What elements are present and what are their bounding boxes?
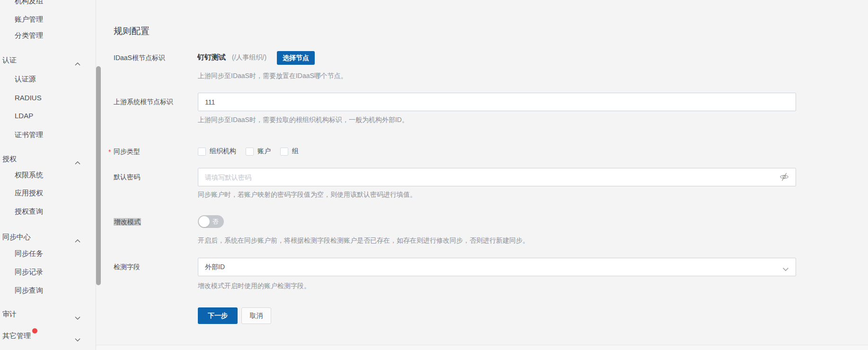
cancel-button[interactable]: 取消 <box>241 307 271 324</box>
sidebar-item-label: 授权 <box>2 155 17 163</box>
sidebar-item-label: 同步中心 <box>2 233 31 241</box>
checkbox-group-label: 组 <box>292 147 299 156</box>
chevron-down-icon <box>75 313 80 322</box>
sync-type-label: 同步类型 <box>114 147 140 156</box>
sidebar-item-label: 审计 <box>2 310 17 318</box>
page-title: 规则配置 <box>114 25 150 37</box>
sidebar-item-label: 同步任务 <box>15 249 43 257</box>
sidebar-item-label: 证书管理 <box>15 131 43 139</box>
checkbox-account[interactable]: 账户 <box>246 147 271 156</box>
checkbox-group[interactable]: 组 <box>280 147 299 156</box>
detect-field-label: 检测字段 <box>114 262 140 271</box>
sidebar-item-label: 认证 <box>2 56 17 64</box>
chevron-up-icon <box>75 236 80 245</box>
sidebar-item-label: 其它管理 <box>2 332 31 340</box>
sidebar-item-8[interactable]: 授权 <box>2 154 17 164</box>
sidebar-item-3[interactable]: 认证 <box>2 55 17 65</box>
sidebar-item-5[interactable]: RADIUS <box>15 93 42 103</box>
sidebar-item-9[interactable]: 权限系统 <box>15 170 43 180</box>
upstream-root-help: 上游同步至IDaaS时，需要拉取的根组织机构标识，一般为机构外部ID。 <box>198 115 408 124</box>
update-mode-label: 增改模式 <box>114 217 141 227</box>
default-password-input[interactable] <box>198 168 796 186</box>
update-mode-toggle[interactable]: 否 <box>198 215 224 228</box>
select-node-button[interactable]: 选择节点 <box>277 51 315 65</box>
sidebar-item-label: 认证源 <box>15 75 36 83</box>
sidebar-item-label: 权限系统 <box>15 171 43 179</box>
bottom-strip <box>96 345 868 350</box>
sidebar: 机构及组账户管理分类管理认证认证源RADIUSLDAP证书管理授权权限系统应用授… <box>0 0 96 350</box>
sidebar-item-4[interactable]: 认证源 <box>15 74 36 84</box>
sidebar-item-6[interactable]: LDAP <box>15 111 33 121</box>
checkbox-org-label: 组织机构 <box>210 147 236 156</box>
sidebar-item-2[interactable]: 分类管理 <box>15 31 43 40</box>
chevron-down-icon <box>75 334 80 344</box>
sidebar-item-13[interactable]: 同步任务 <box>15 249 43 258</box>
sidebar-item-11[interactable]: 授权查询 <box>15 207 43 216</box>
password-visibility-toggle[interactable] <box>779 172 791 183</box>
chevron-up-icon <box>75 59 80 68</box>
upstream-root-input[interactable] <box>198 93 796 111</box>
sidebar-item-label: RADIUS <box>15 94 42 102</box>
toggle-knob <box>199 216 210 227</box>
sidebar-item-1[interactable]: 账户管理 <box>15 15 43 24</box>
sidebar-item-14[interactable]: 同步记录 <box>15 267 43 277</box>
checkbox-account-box[interactable] <box>246 148 254 156</box>
sidebar-item-10[interactable]: 应用授权 <box>15 188 43 198</box>
sidebar-item-0[interactable]: 机构及组 <box>15 0 43 6</box>
default-password-help: 同步账户时，若账户映射的密码字段值为空，则使用该默认密码进行填值。 <box>198 190 416 199</box>
sidebar-item-label: 同步记录 <box>15 268 43 276</box>
upstream-root-label: 上游系统根节点标识 <box>114 97 173 106</box>
sidebar-item-label: 账户管理 <box>15 15 43 23</box>
sidebar-item-12[interactable]: 同步中心 <box>2 232 31 242</box>
sidebar-item-label: 同步查询 <box>15 286 43 294</box>
sync-type-options: 组织机构 账户 组 <box>198 145 299 158</box>
sidebar-item-label: LDAP <box>15 112 33 120</box>
sidebar-item-7[interactable]: 证书管理 <box>15 130 43 140</box>
update-mode-help: 开启后，系统在同步账户前，将根据检测字段检测账户是否已存在，如存在则进行修改同步… <box>198 236 529 245</box>
idaas-node-path: (/人事组织/) <box>232 53 266 62</box>
checkbox-org[interactable]: 组织机构 <box>198 147 236 156</box>
detect-field-help: 增改模式开启时使用的账户检测字段。 <box>198 281 310 290</box>
sidebar-item-label: 授权查询 <box>15 207 43 215</box>
idaas-node-help: 上游同步至IDaaS时，需要放置在IDaaS哪个节点。 <box>198 71 347 80</box>
toggle-state-text: 否 <box>213 218 219 226</box>
notification-dot <box>32 328 37 333</box>
checkbox-account-label: 账户 <box>257 147 271 156</box>
sidebar-item-16[interactable]: 审计 <box>2 309 17 319</box>
checkbox-group-box[interactable] <box>280 148 288 156</box>
checkbox-org-box[interactable] <box>198 148 206 156</box>
sidebar-item-label: 机构及组 <box>15 0 43 5</box>
detect-field-value: 外部ID <box>205 263 225 271</box>
sidebar-item-label: 应用授权 <box>15 189 43 197</box>
eye-slash-icon <box>779 172 789 182</box>
update-mode-label-text: 增改模式 <box>114 218 141 226</box>
sidebar-scrollbar-thumb[interactable] <box>96 66 101 285</box>
detect-field-select[interactable]: 外部ID <box>198 258 796 276</box>
content-bottom-border <box>96 345 868 345</box>
sidebar-item-17[interactable]: 其它管理 <box>2 331 31 341</box>
sidebar-item-label: 分类管理 <box>15 31 43 39</box>
idaas-node-value: 钉钉测试 <box>197 53 226 62</box>
chevron-down-icon <box>782 265 789 273</box>
sync-type-required-mark: * <box>108 147 111 156</box>
default-password-label: 默认密码 <box>114 172 140 182</box>
sidebar-item-15[interactable]: 同步查询 <box>15 286 43 295</box>
chevron-up-icon <box>75 158 80 167</box>
idaas-node-label: IDaaS根节点标识 <box>114 53 165 62</box>
next-step-button[interactable]: 下一步 <box>198 307 238 324</box>
